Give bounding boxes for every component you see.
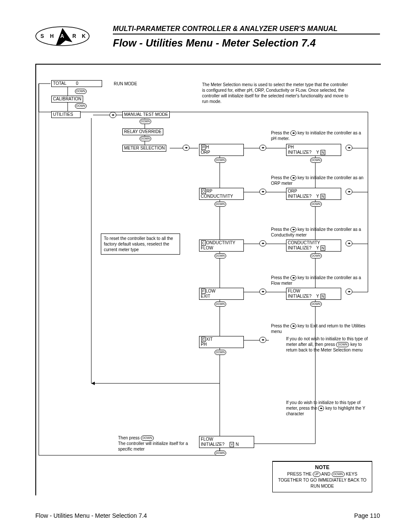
- down-key-icon: DOWN: [310, 253, 322, 258]
- footer-left: Flow - Utilities Menu - Meter Selection …: [35, 512, 147, 519]
- leftright-key-icon: ◂▸: [290, 131, 296, 136]
- leftright-key-icon: ◂▸: [183, 145, 190, 151]
- leftright-key-icon: ◂▸: [346, 240, 352, 246]
- down-key-icon: DOWN: [332, 472, 345, 477]
- shark-logo: S H A R K: [34, 26, 90, 47]
- svg-text:S: S: [40, 33, 44, 39]
- down-key-icon: DOWN: [215, 302, 226, 307]
- leftright-key-icon: ◂▸: [259, 189, 266, 195]
- down-key-icon: DOWN: [310, 202, 322, 207]
- display-flow-exit: FLOW EXIT: [199, 288, 244, 300]
- display-manual-test: MANUAL TEST MODE: [122, 111, 170, 118]
- hint-orp: Press the ◂▸ key to initialize the contr…: [271, 175, 366, 186]
- leftright-key-icon: ◂▸: [290, 227, 296, 232]
- leftright-key-icon: ◂▸: [259, 145, 266, 151]
- down-key-icon: DOWN: [141, 436, 154, 441]
- leftright-key-icon: ◂▸: [290, 324, 296, 329]
- down-key-icon: DOWN: [215, 253, 226, 258]
- final-desc: Then press DOWN The controller will init…: [118, 435, 196, 452]
- diagram-frame: TOTAL 0 RUN MODE DOWN CALIBRATION DOWN U…: [35, 64, 381, 495]
- footer-right: Page 110: [354, 512, 380, 519]
- down-key-icon: DOWN: [75, 103, 87, 109]
- intro-text: The Meter Selection menu is used to sele…: [202, 82, 349, 104]
- leftright-key-icon: ◂▸: [346, 189, 352, 195]
- init-hint: If you do wish to initialize to this typ…: [286, 400, 372, 417]
- page: S H A R K MULTI-PARAMETER CONTROLLER & A…: [0, 0, 411, 532]
- down-key-icon: DOWN: [215, 158, 226, 163]
- svg-marker-12: [91, 382, 95, 385]
- leftright-key-icon: ◂▸: [346, 145, 352, 151]
- leftright-key-icon: ◂▸: [346, 289, 352, 295]
- hint-ph: Press the ◂▸ key to initialize the contr…: [271, 130, 366, 141]
- down-key-icon: DOWN: [310, 302, 322, 307]
- down-key-icon: DOWN: [140, 136, 151, 141]
- display-ph-orp: PH ORP: [199, 144, 244, 156]
- display-utilities: UTILITIES: [51, 111, 81, 118]
- down-key-icon: DOWN: [75, 89, 87, 94]
- display-init-ph: PH INITIALIZE? Y N: [286, 144, 341, 156]
- down-key-icon: DOWN: [140, 119, 151, 124]
- display-exit-ph: EXIT PH: [199, 336, 244, 348]
- display-init-flow: FLOW INITIALIZE? Y N: [286, 288, 341, 300]
- leftright-key-icon: ◂▸: [290, 175, 296, 180]
- down-key-icon: DOWN: [215, 202, 226, 207]
- down-key-icon: DOWN: [310, 158, 322, 163]
- display-orp-cond: ORP CONDUCTIVITY: [199, 188, 244, 200]
- up-key-icon: UP: [313, 472, 321, 477]
- svg-text:A: A: [60, 33, 64, 39]
- display-cond-flow: CONDUCTIVITY FLOW: [199, 240, 244, 252]
- exit-description: If you do not wish to initialize to this…: [286, 336, 372, 353]
- display-init-cond: CONDUCTIVITY INITIALIZE? Y N: [286, 240, 341, 252]
- leftright-key-icon: ◂▸: [109, 112, 116, 118]
- display-relay-override: RELAY OVERRIDE: [122, 128, 163, 135]
- svg-text:R: R: [72, 33, 76, 39]
- down-key-icon: DOWN: [215, 451, 226, 456]
- display-calibration: CALIBRATION: [51, 96, 83, 103]
- leftright-key-icon: ◂▸: [259, 240, 266, 246]
- hint-exit: Press the ◂▸ key to Exit and return to t…: [271, 323, 366, 334]
- total-label: TOTAL: [53, 81, 66, 86]
- page-header: MULTI-PARAMETER CONTROLLER & ANALYZER US…: [113, 25, 380, 49]
- leftright-key-icon: ◂▸: [318, 406, 324, 411]
- leftright-key-icon: ◂▸: [290, 275, 296, 280]
- display-init-orp: ORP INITIALIZE? Y N: [286, 188, 341, 200]
- display-final-init: FLOW INITIALIZE? Y N: [199, 436, 254, 448]
- manual-subtitle: MULTI-PARAMETER CONTROLLER & ANALYZER US…: [113, 25, 380, 34]
- note-title: NOTE: [276, 464, 368, 470]
- leftright-key-icon: ◂▸: [259, 289, 266, 295]
- reset-note: To reset the controller back to all the …: [101, 233, 180, 255]
- page-title: Flow - Utilities Menu - Meter Selection …: [113, 37, 380, 49]
- display-meter-selection: METER SELECTION: [122, 145, 166, 152]
- down-key-icon: DOWN: [215, 350, 226, 355]
- svg-text:K: K: [82, 33, 86, 39]
- hint-conductivity: Press the ◂▸ key to initialize the contr…: [271, 227, 366, 238]
- svg-text:H: H: [50, 33, 54, 39]
- note-box: NOTE PRESS THE UP AND DOWN KEYS TOGETHER…: [272, 461, 372, 492]
- hint-flow: Press the ◂▸ key to initialize the contr…: [271, 275, 366, 286]
- display-total: TOTAL 0: [51, 80, 102, 87]
- down-key-icon: DOWN: [336, 342, 349, 347]
- leftright-key-icon: ◂▸: [259, 337, 266, 343]
- run-mode-label: RUN MODE: [114, 81, 137, 87]
